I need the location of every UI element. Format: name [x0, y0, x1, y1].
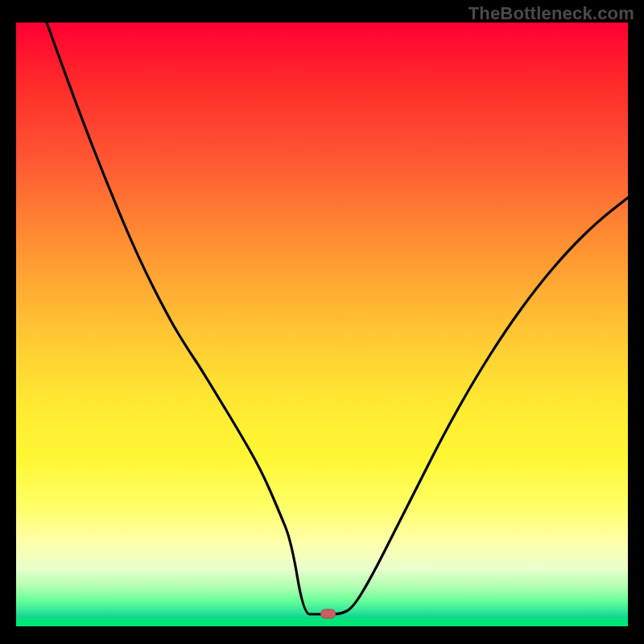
baseline-strip [16, 618, 628, 626]
chart-frame: TheBottleneck.com [0, 0, 644, 644]
attribution-text: TheBottleneck.com [469, 3, 634, 24]
optimum-marker [321, 609, 336, 618]
bottleneck-plot [16, 23, 628, 626]
chart-svg [16, 23, 628, 626]
gradient-background [16, 23, 628, 626]
